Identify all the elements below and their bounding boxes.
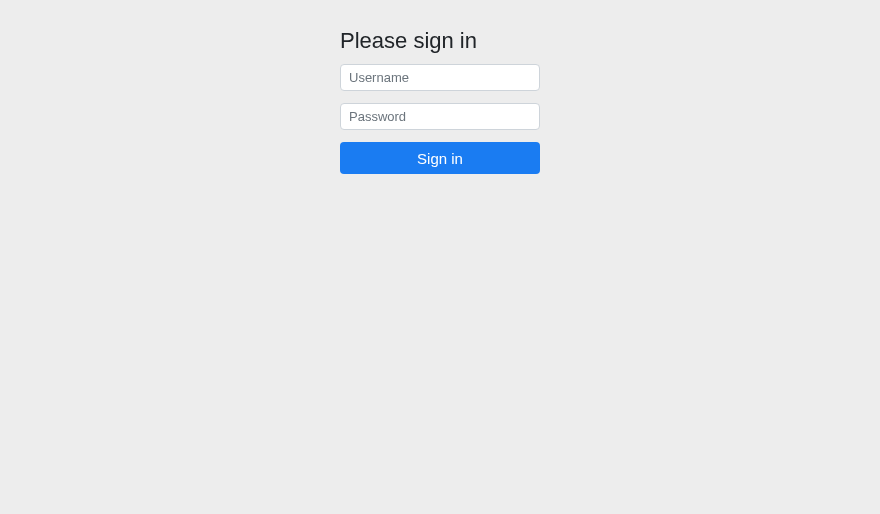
login-heading: Please sign in xyxy=(340,28,540,54)
username-input[interactable] xyxy=(340,64,540,91)
login-form-container: Please sign in Sign in xyxy=(340,0,540,174)
signin-button[interactable]: Sign in xyxy=(340,142,540,174)
password-input[interactable] xyxy=(340,103,540,130)
